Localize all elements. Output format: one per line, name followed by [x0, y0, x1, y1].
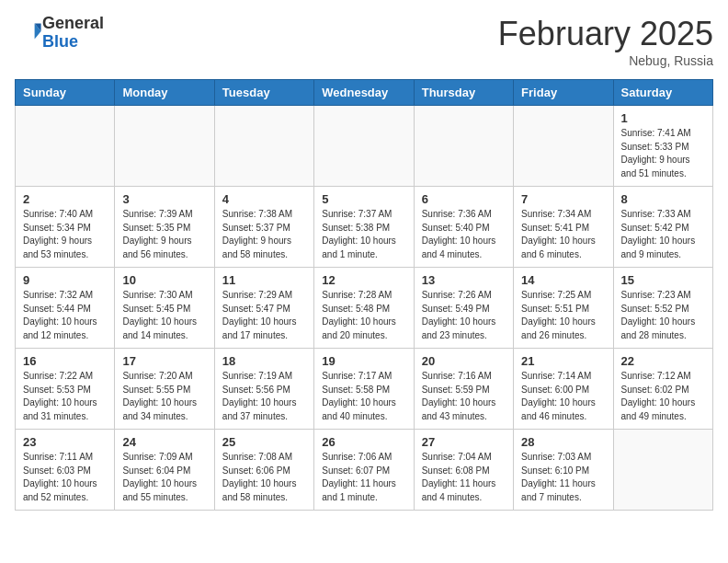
calendar-cell: 6Sunrise: 7:36 AM Sunset: 5:40 PM Daylig… — [414, 187, 513, 268]
day-info: Sunrise: 7:40 AM Sunset: 5:34 PM Dayligh… — [23, 208, 107, 261]
weekday-header-wednesday: Wednesday — [314, 80, 414, 106]
day-info: Sunrise: 7:41 AM Sunset: 5:33 PM Dayligh… — [621, 127, 705, 180]
day-info: Sunrise: 7:29 AM Sunset: 5:47 PM Dayligh… — [222, 289, 306, 342]
day-info: Sunrise: 7:22 AM Sunset: 5:53 PM Dayligh… — [23, 370, 107, 423]
calendar-cell: 10Sunrise: 7:30 AM Sunset: 5:45 PM Dayli… — [115, 268, 214, 349]
calendar-cell — [514, 106, 613, 187]
day-info: Sunrise: 7:11 AM Sunset: 6:03 PM Dayligh… — [23, 451, 107, 504]
calendar-cell: 18Sunrise: 7:19 AM Sunset: 5:56 PM Dayli… — [214, 349, 313, 430]
calendar-cell: 22Sunrise: 7:12 AM Sunset: 6:02 PM Dayli… — [613, 349, 712, 430]
day-info: Sunrise: 7:28 AM Sunset: 5:48 PM Dayligh… — [322, 289, 405, 342]
day-number: 26 — [322, 435, 405, 449]
calendar-cell: 7Sunrise: 7:34 AM Sunset: 5:41 PM Daylig… — [514, 187, 613, 268]
day-number: 15 — [621, 273, 705, 287]
calendar-cell: 17Sunrise: 7:20 AM Sunset: 5:55 PM Dayli… — [115, 349, 214, 430]
day-number: 10 — [122, 273, 206, 287]
calendar-table: SundayMondayTuesdayWednesdayThursdayFrid… — [15, 79, 713, 511]
day-info: Sunrise: 7:38 AM Sunset: 5:37 PM Dayligh… — [222, 208, 306, 261]
calendar-cell: 27Sunrise: 7:04 AM Sunset: 6:08 PM Dayli… — [414, 430, 513, 511]
day-number: 24 — [122, 435, 206, 449]
calendar-cell: 26Sunrise: 7:06 AM Sunset: 6:07 PM Dayli… — [314, 430, 414, 511]
day-info: Sunrise: 7:25 AM Sunset: 5:51 PM Dayligh… — [521, 289, 605, 342]
day-info: Sunrise: 7:03 AM Sunset: 6:10 PM Dayligh… — [521, 451, 605, 504]
calendar-cell — [16, 106, 115, 187]
day-number: 12 — [322, 273, 405, 287]
day-number: 16 — [23, 354, 107, 368]
day-info: Sunrise: 7:30 AM Sunset: 5:45 PM Dayligh… — [122, 289, 206, 342]
calendar-cell: 13Sunrise: 7:26 AM Sunset: 5:49 PM Dayli… — [414, 268, 513, 349]
day-number: 17 — [122, 354, 206, 368]
day-number: 25 — [222, 435, 306, 449]
day-number: 27 — [422, 435, 506, 449]
weekday-header-row: SundayMondayTuesdayWednesdayThursdayFrid… — [16, 80, 713, 106]
calendar-week-row: 2Sunrise: 7:40 AM Sunset: 5:34 PM Daylig… — [16, 187, 713, 268]
weekday-header-sunday: Sunday — [16, 80, 115, 106]
calendar-cell: 2Sunrise: 7:40 AM Sunset: 5:34 PM Daylig… — [16, 187, 115, 268]
day-number: 4 — [222, 192, 306, 206]
calendar-cell: 25Sunrise: 7:08 AM Sunset: 6:06 PM Dayli… — [214, 430, 313, 511]
day-number: 18 — [222, 354, 306, 368]
calendar-week-row: 23Sunrise: 7:11 AM Sunset: 6:03 PM Dayli… — [16, 430, 713, 511]
day-info: Sunrise: 7:32 AM Sunset: 5:44 PM Dayligh… — [23, 289, 107, 342]
month-year-title: February 2025 — [498, 15, 713, 53]
day-info: Sunrise: 7:37 AM Sunset: 5:38 PM Dayligh… — [322, 208, 405, 261]
calendar-cell: 28Sunrise: 7:03 AM Sunset: 6:10 PM Dayli… — [514, 430, 613, 511]
page-header: General Blue February 2025 Nebug, Russia — [15, 15, 713, 68]
calendar-cell: 12Sunrise: 7:28 AM Sunset: 5:48 PM Dayli… — [314, 268, 414, 349]
weekday-header-monday: Monday — [115, 80, 214, 106]
day-info: Sunrise: 7:16 AM Sunset: 5:59 PM Dayligh… — [422, 370, 506, 423]
day-info: Sunrise: 7:04 AM Sunset: 6:08 PM Dayligh… — [422, 451, 506, 504]
day-number: 23 — [23, 435, 107, 449]
day-info: Sunrise: 7:14 AM Sunset: 6:00 PM Dayligh… — [521, 370, 605, 423]
logo-blue-text: Blue — [42, 32, 78, 51]
day-number: 6 — [422, 192, 506, 206]
day-info: Sunrise: 7:06 AM Sunset: 6:07 PM Dayligh… — [322, 451, 405, 504]
title-block: February 2025 Nebug, Russia — [498, 15, 713, 68]
calendar-cell: 16Sunrise: 7:22 AM Sunset: 5:53 PM Dayli… — [16, 349, 115, 430]
calendar-cell: 21Sunrise: 7:14 AM Sunset: 6:00 PM Dayli… — [514, 349, 613, 430]
calendar-week-row: 16Sunrise: 7:22 AM Sunset: 5:53 PM Dayli… — [16, 349, 713, 430]
logo-general-text: General — [42, 14, 104, 32]
day-number: 7 — [521, 192, 605, 206]
location-subtitle: Nebug, Russia — [498, 53, 713, 68]
day-number: 11 — [222, 273, 306, 287]
day-info: Sunrise: 7:09 AM Sunset: 6:04 PM Dayligh… — [122, 451, 206, 504]
calendar-cell: 14Sunrise: 7:25 AM Sunset: 5:51 PM Dayli… — [514, 268, 613, 349]
day-number: 28 — [521, 435, 605, 449]
day-info: Sunrise: 7:34 AM Sunset: 5:41 PM Dayligh… — [521, 208, 605, 261]
calendar-cell: 3Sunrise: 7:39 AM Sunset: 5:35 PM Daylig… — [115, 187, 214, 268]
day-number: 21 — [521, 354, 605, 368]
calendar-cell: 4Sunrise: 7:38 AM Sunset: 5:37 PM Daylig… — [214, 187, 313, 268]
day-number: 19 — [322, 354, 405, 368]
calendar-cell: 23Sunrise: 7:11 AM Sunset: 6:03 PM Dayli… — [16, 430, 115, 511]
weekday-header-tuesday: Tuesday — [214, 80, 313, 106]
calendar-cell: 20Sunrise: 7:16 AM Sunset: 5:59 PM Dayli… — [414, 349, 513, 430]
day-number: 20 — [422, 354, 506, 368]
calendar-cell: 8Sunrise: 7:33 AM Sunset: 5:42 PM Daylig… — [613, 187, 712, 268]
day-info: Sunrise: 7:26 AM Sunset: 5:49 PM Dayligh… — [422, 289, 506, 342]
day-info: Sunrise: 7:36 AM Sunset: 5:40 PM Dayligh… — [422, 208, 506, 261]
logo: General Blue — [15, 15, 104, 52]
calendar-cell: 1Sunrise: 7:41 AM Sunset: 5:33 PM Daylig… — [613, 106, 712, 187]
day-info: Sunrise: 7:33 AM Sunset: 5:42 PM Dayligh… — [621, 208, 705, 261]
weekday-header-friday: Friday — [514, 80, 613, 106]
calendar-cell — [115, 106, 214, 187]
calendar-cell: 19Sunrise: 7:17 AM Sunset: 5:58 PM Dayli… — [314, 349, 414, 430]
day-info: Sunrise: 7:08 AM Sunset: 6:06 PM Dayligh… — [222, 451, 306, 504]
logo-icon — [17, 18, 42, 44]
weekday-header-saturday: Saturday — [613, 80, 712, 106]
day-info: Sunrise: 7:12 AM Sunset: 6:02 PM Dayligh… — [621, 370, 705, 423]
calendar-cell — [414, 106, 513, 187]
day-number: 14 — [521, 273, 605, 287]
day-info: Sunrise: 7:23 AM Sunset: 5:52 PM Dayligh… — [621, 289, 705, 342]
day-number: 22 — [621, 354, 705, 368]
day-number: 13 — [422, 273, 506, 287]
day-number: 5 — [322, 192, 405, 206]
day-number: 2 — [23, 192, 107, 206]
day-info: Sunrise: 7:19 AM Sunset: 5:56 PM Dayligh… — [222, 370, 306, 423]
day-number: 9 — [23, 273, 107, 287]
calendar-cell — [314, 106, 414, 187]
day-info: Sunrise: 7:17 AM Sunset: 5:58 PM Dayligh… — [322, 370, 405, 423]
day-number: 1 — [621, 111, 705, 125]
calendar-cell: 24Sunrise: 7:09 AM Sunset: 6:04 PM Dayli… — [115, 430, 214, 511]
